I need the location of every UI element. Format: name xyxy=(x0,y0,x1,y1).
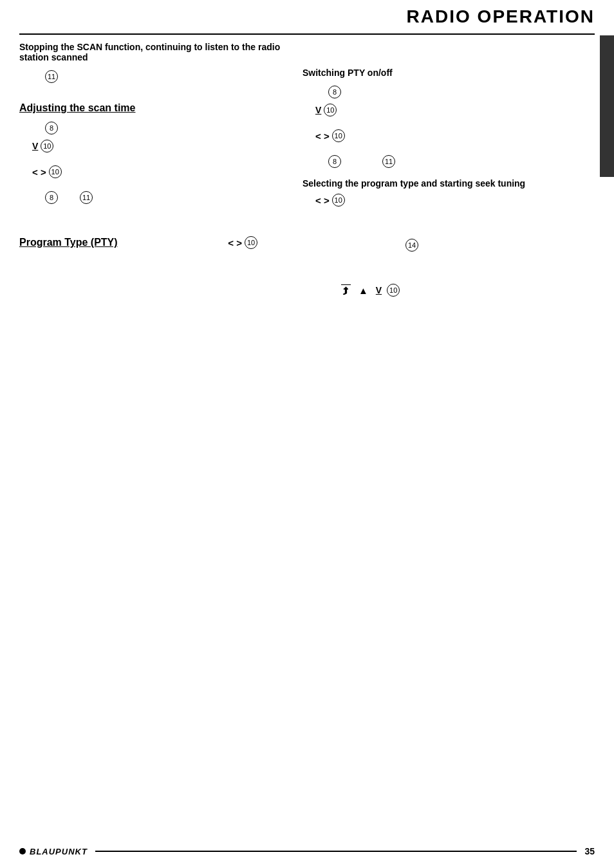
circle-8b-switch: 8 xyxy=(328,155,341,168)
section-pty: Program Type (PTY) < > 10 xyxy=(19,236,290,249)
seek-circle-14-row: 14 xyxy=(405,239,586,252)
pty-arrows: < > xyxy=(228,237,242,248)
pty-switch-arrows-row: < > 10 xyxy=(315,129,586,142)
footer-brand-name: BLAUPUNKT xyxy=(30,847,88,856)
circle-10a-adjust: 10 xyxy=(41,140,53,152)
circle-11-adjust: 11 xyxy=(80,191,93,204)
section-pty-switch: Switching PTY on/off 8 V 10 < > 10 8 11 xyxy=(302,68,586,168)
circle-10b-adjust: 10 xyxy=(49,165,62,178)
left-column: Stopping the SCAN function, continuing t… xyxy=(19,42,290,255)
seek-tuning-arrows-row: < > 10 xyxy=(315,194,586,207)
header-divider xyxy=(19,33,595,35)
stop-scan-circle: 11 xyxy=(45,70,290,83)
circle-8b-adjust: 8 xyxy=(45,191,58,204)
adjust-scan-heading: Adjusting the scan time xyxy=(19,102,290,114)
section-stop-scan: Stopping the SCAN function, continuing t… xyxy=(19,42,290,83)
pty-switch-circle-8: 8 xyxy=(328,86,586,98)
circle-10-seek: 10 xyxy=(332,194,345,207)
footer-logo: BLAUPUNKT xyxy=(19,847,88,856)
pty-switch-circles-row: 8 11 xyxy=(328,155,586,168)
adjust-scan-circles-row: 8 11 xyxy=(45,191,290,204)
circle-11-switch: 11 xyxy=(382,155,395,168)
footer-line xyxy=(95,851,577,852)
symbol-v-switch: V xyxy=(315,105,321,115)
section-seek-tuning: Selecting the program type and starting … xyxy=(302,178,586,297)
circle-10b-seek: 10 xyxy=(387,284,400,297)
arrows-symbol-adjust: < > xyxy=(32,167,46,178)
circle-8-switch: 8 xyxy=(328,86,341,98)
arrows-symbol-seek: < > xyxy=(315,195,330,206)
circle-10-pty: 10 xyxy=(245,236,257,249)
circle-10b-switch: 10 xyxy=(332,129,345,142)
symbol-up-seek: ⮭ xyxy=(341,285,351,296)
page-title: RADIO OPERATION xyxy=(407,6,595,27)
adjust-scan-v-row: V 10 xyxy=(32,140,290,152)
footer: BLAUPUNKT 35 xyxy=(19,846,595,856)
adjust-scan-circle-8: 8 xyxy=(45,122,290,134)
seek-tuning-heading: Selecting the program type and starting … xyxy=(302,178,586,189)
circle-8-adjust: 8 xyxy=(45,122,58,134)
arrows-symbol-switch: < > xyxy=(315,131,330,142)
symbol-v-seek: V xyxy=(376,285,382,295)
symbol-v-adjust: V xyxy=(32,141,38,151)
circle-14-seek: 14 xyxy=(405,239,418,252)
sidebar-accent-bar xyxy=(600,35,614,177)
section-adjust-scan: Adjusting the scan time 8 V 10 < > 10 8 … xyxy=(19,102,290,204)
pty-switch-v-row: V 10 xyxy=(315,104,586,116)
circle-10-switch: 10 xyxy=(324,104,337,116)
pty-heading: Program Type (PTY) xyxy=(19,237,118,248)
footer-page-number: 35 xyxy=(584,846,595,856)
right-column: Switching PTY on/off 8 V 10 < > 10 8 11 … xyxy=(302,42,586,303)
seek-bottom-arrows-row: ⮭ ▲ V 10 xyxy=(341,284,586,297)
stop-scan-heading: Stopping the SCAN function, continuing t… xyxy=(19,42,290,62)
adjust-scan-arrows-row: < > 10 xyxy=(32,165,290,178)
circle-11-stop: 11 xyxy=(45,70,58,83)
pty-switch-heading: Switching PTY on/off xyxy=(302,68,586,78)
footer-bullet-icon xyxy=(19,848,26,854)
